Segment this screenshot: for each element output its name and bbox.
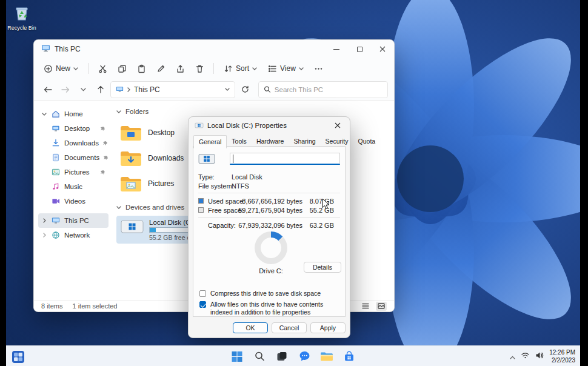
pictures-icon	[51, 167, 61, 177]
free-space-row: Free space: 59,271,675,904 bytes 55.2 GB	[198, 207, 340, 215]
search-icon	[264, 85, 271, 93]
mouse-cursor	[322, 198, 330, 210]
separator	[198, 193, 340, 193]
indexing-checkbox[interactable]	[199, 301, 206, 308]
new-button-label: New	[56, 64, 70, 73]
delete-button[interactable]	[190, 60, 209, 77]
sidebar-item-label: This PC	[64, 217, 89, 224]
sidebar-item-downloads[interactable]: Downloads	[38, 136, 109, 150]
chat-button[interactable]	[296, 348, 313, 365]
paste-button[interactable]	[132, 60, 150, 77]
recent-locations-button[interactable]	[75, 82, 91, 98]
details-button[interactable]: Details	[304, 262, 341, 273]
desktop-icon	[51, 124, 61, 133]
sidebar-item-pictures[interactable]: Pictures	[38, 165, 109, 179]
sidebar-item-videos[interactable]: Videos	[38, 194, 109, 208]
tab-quota[interactable]: Quota	[353, 135, 381, 148]
minimize-button[interactable]	[325, 40, 348, 58]
donut-hole	[261, 238, 281, 258]
folders-section-label: Folders	[125, 108, 149, 115]
widgets-button[interactable]	[10, 348, 27, 365]
sort-button-label: Sort	[236, 64, 249, 73]
rename-icon	[156, 64, 165, 73]
sidebar-item-desktop[interactable]: Desktop	[38, 121, 109, 136]
system-tray: 12:26 PM 2/2/2023	[510, 346, 575, 366]
sidebar-item-music[interactable]: Music	[38, 179, 109, 194]
compress-checkbox[interactable]	[199, 290, 206, 297]
close-button[interactable]	[371, 40, 394, 58]
search-box[interactable]	[258, 81, 388, 98]
view-icon	[268, 64, 277, 73]
task-view-icon	[276, 351, 288, 362]
search-button[interactable]	[251, 348, 268, 365]
share-icon	[176, 64, 185, 73]
back-button[interactable]	[40, 82, 56, 98]
dialog-close-button[interactable]	[328, 118, 347, 133]
forward-button[interactable]	[58, 82, 73, 98]
indexing-checkbox-row[interactable]: Allow files on this drive to have conten…	[199, 301, 340, 316]
breadcrumb[interactable]: This PC	[110, 81, 235, 98]
task-view-button[interactable]	[273, 348, 290, 365]
view-button-label: View	[280, 64, 296, 73]
home-icon	[51, 109, 61, 119]
folder-icon	[120, 124, 142, 142]
tab-general[interactable]: General	[193, 135, 227, 148]
chevron-down-icon	[252, 67, 257, 70]
selection-count: 1 item selected	[72, 302, 117, 310]
capacity-size: 63.2 GB	[310, 222, 334, 229]
cancel-button[interactable]: Cancel	[272, 322, 307, 333]
volume-label-input[interactable]	[230, 153, 340, 165]
sort-icon	[224, 64, 233, 73]
sidebar-item-network[interactable]: Network	[38, 228, 109, 242]
item-count: 8 items	[41, 302, 62, 310]
sidebar-item-documents[interactable]: Documents	[38, 150, 109, 165]
new-button[interactable]: New	[39, 60, 83, 77]
tab-security[interactable]: Security	[321, 135, 353, 148]
ok-button[interactable]: OK	[233, 322, 268, 333]
sort-button[interactable]: Sort	[219, 60, 262, 77]
start-button[interactable]	[229, 348, 246, 365]
tab-hardware[interactable]: Hardware	[252, 135, 289, 148]
chevron-down-icon	[299, 67, 304, 70]
folder-tile-label: Desktop	[148, 128, 175, 137]
search-input[interactable]	[275, 86, 383, 93]
network-tray-button[interactable]	[521, 351, 530, 362]
breadcrumb-label[interactable]: This PC	[134, 85, 160, 94]
apply-button[interactable]: Apply	[310, 322, 346, 333]
refresh-button[interactable]	[237, 82, 253, 98]
chevron-down-icon[interactable]	[225, 88, 230, 91]
sidebar-item-this-pc[interactable]: This PC	[38, 213, 109, 228]
copy-button[interactable]	[113, 60, 131, 77]
indexing-checkbox-label: Allow files on this drive to have conten…	[210, 301, 340, 316]
details-view-button[interactable]	[360, 302, 371, 311]
rename-button[interactable]	[152, 60, 170, 77]
explorer-titlebar[interactable]: This PC	[34, 40, 394, 58]
folder-tile-label: Pictures	[148, 179, 174, 188]
tab-sharing[interactable]: Sharing	[289, 135, 320, 148]
back-icon	[44, 86, 52, 93]
maximize-button[interactable]	[348, 40, 371, 58]
up-button[interactable]	[93, 82, 109, 98]
sidebar-item-home[interactable]: Home	[38, 107, 109, 121]
volume-tray-button[interactable]	[535, 351, 544, 362]
share-button[interactable]	[171, 60, 189, 77]
store-button[interactable]	[341, 348, 358, 365]
window-title: This PC	[55, 45, 81, 53]
taskbar-clock[interactable]: 12:26 PM 2/2/2023	[549, 348, 575, 364]
recycle-bin[interactable]: Recycle Bin	[7, 4, 36, 31]
dialog-footer: OK Cancel Apply	[233, 322, 346, 333]
folder-icon	[120, 175, 142, 193]
dialog-titlebar[interactable]: Local Disk (C:) Properties	[189, 117, 350, 133]
cut-button[interactable]	[93, 60, 112, 77]
tab-tools[interactable]: Tools	[227, 135, 252, 148]
view-button[interactable]: View	[263, 60, 309, 77]
more-options-button[interactable]	[310, 60, 328, 77]
statusbar-view-buttons	[360, 302, 387, 311]
file-explorer-button[interactable]	[318, 348, 335, 365]
tray-overflow-button[interactable]	[510, 351, 515, 362]
capacity-bytes: 67,939,332,096 bytes	[238, 222, 302, 229]
compress-checkbox-row[interactable]: Compress this drive to save disk space	[199, 290, 340, 298]
large-icons-view-button[interactable]	[376, 302, 387, 311]
folders-section-header[interactable]: Folders	[116, 105, 394, 118]
sidebar-item-label: Downloads	[64, 139, 99, 147]
